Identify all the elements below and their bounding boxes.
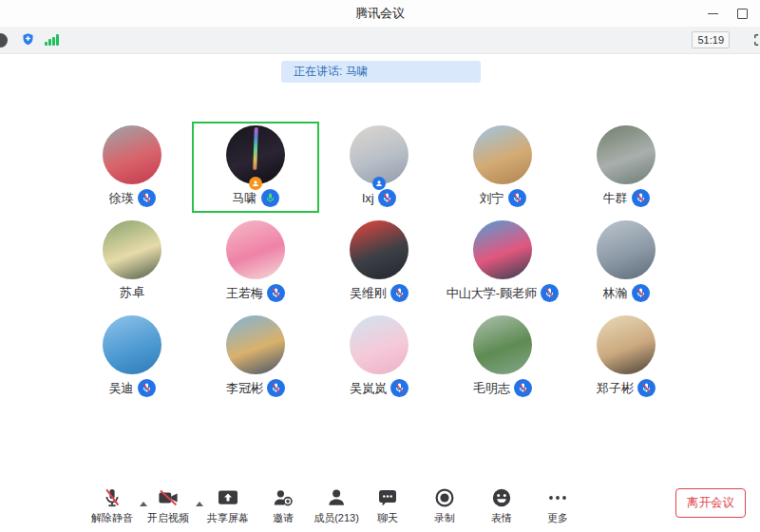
mic-muted-icon [541,284,559,302]
mic-muted-icon [267,284,285,302]
participant-name: lxj [362,191,373,205]
toolbar-item-label: 成员(213) [314,511,359,525]
participant-avatar [473,220,532,279]
toolbar-more-button[interactable]: 更多 [546,486,569,525]
speaking-banner: 正在讲话: 马啸 [281,61,481,83]
toolbar-emoji-button[interactable]: 表情 [490,486,513,525]
mic-off-icon [101,486,124,509]
toolbar-camera-off-button[interactable]: 开启视频 [147,486,189,525]
participant-avatar [103,125,162,184]
participant-name: 徐瑛 [109,190,134,207]
mic-muted-icon [138,189,156,207]
participant-name: 毛明志 [473,380,510,397]
participant-tile[interactable]: 吴岚岚 [317,314,441,401]
participant-tile[interactable]: lxj [317,124,441,211]
toolbar-item-label: 录制 [434,511,455,525]
toolbar-item-label: 开启视频 [147,511,189,525]
meeting-window: 腾讯会议 51:19 正在讲话: 马啸 徐瑛 [0,0,760,532]
mic-active-icon [261,189,279,207]
participant-tile[interactable]: 中山大学-顾老师 [441,218,564,306]
mic-muted-icon [637,379,656,397]
more-icon [546,486,569,509]
mic-muted-icon [632,284,650,302]
participant-tile[interactable]: 吴迪 [70,314,194,401]
participant-avatar [103,315,162,374]
bottom-toolbar: 解除静音 开启视频 共享屏幕 邀请 成员(213) 聊天 录制 表情 更多 [0,479,760,532]
fullscreen-icon[interactable] [753,33,760,47]
participant-tile[interactable]: 毛明志 [441,314,564,401]
options-caret-icon[interactable] [196,502,203,506]
cohost-badge-icon [372,177,386,190]
meeting-info-icon[interactable] [0,33,8,48]
meeting-timer: 51:19 [692,31,730,48]
participant-tile[interactable]: 郑子彬 [564,314,688,401]
meeting-protection-shield-icon[interactable] [21,32,35,48]
participant-name: 牛群 [603,190,628,207]
toolbar-members-button[interactable]: 成员(213) [314,486,359,525]
minimize-icon [708,13,718,14]
toolbar-chat-button[interactable]: 聊天 [376,486,399,525]
window-maximize-button[interactable] [728,0,756,27]
toolbar-item-label: 共享屏幕 [207,511,249,525]
toolbar-item-label: 聊天 [377,511,398,525]
mic-muted-icon [138,379,156,397]
chat-icon [376,486,399,509]
toolbar-record-button[interactable]: 录制 [433,486,456,525]
screen-share-icon [217,486,239,509]
participant-avatar [597,315,656,374]
maximize-icon [737,9,748,19]
participant-tile[interactable]: 李冠彬 [194,314,317,401]
toolbar-screen-share-button[interactable]: 共享屏幕 [207,486,249,525]
participant-avatar [473,315,532,374]
mic-muted-icon [378,189,396,207]
participant-tile[interactable]: 吴维刚 [317,218,441,306]
participant-avatar [226,125,285,184]
toolbar-item-label: 邀请 [273,511,294,525]
participants-grid: 徐瑛 马啸 lxj [70,124,688,401]
participant-name: 郑子彬 [597,380,634,397]
participant-name: 苏卓 [120,284,144,301]
participant-name: 吴岚岚 [350,380,387,397]
participant-avatar [226,220,285,279]
invite-icon [272,486,294,509]
participant-name: 李冠彬 [226,380,263,397]
toolbar-item-label: 更多 [547,511,568,525]
mic-muted-icon [390,284,408,302]
participant-tile[interactable]: 苏卓 [70,218,194,306]
mic-muted-icon [508,189,526,207]
participant-tile[interactable]: 林瀚 [564,218,688,306]
mic-muted-icon [632,189,650,207]
participant-tile[interactable]: 刘宁 [441,124,564,211]
participant-avatar [350,125,408,184]
status-bar: 51:19 [0,27,760,54]
mic-muted-icon [514,379,532,397]
participant-avatar [226,315,285,374]
window-minimize-button[interactable] [698,0,727,27]
emoji-icon [490,486,513,509]
participant-name: 中山大学-顾老师 [446,285,537,302]
options-caret-icon[interactable] [140,502,147,506]
participant-name: 林瀚 [603,285,628,302]
participant-avatar [597,125,656,184]
camera-off-icon [157,486,180,509]
participant-tile-speaking[interactable]: 马啸 [194,124,317,211]
participant-name: 刘宁 [480,190,504,207]
network-quality-icon[interactable] [45,34,60,46]
title-bar: 腾讯会议 [0,0,760,27]
participant-avatar [473,125,532,184]
toolbar-mic-off-button[interactable]: 解除静音 [91,486,133,525]
toolbar-invite-button[interactable]: 邀请 [272,486,294,525]
participant-tile[interactable]: 王若梅 [194,218,317,306]
participant-tile[interactable]: 牛群 [564,124,688,211]
window-title: 腾讯会议 [0,0,760,27]
participant-avatar [103,220,162,279]
participant-avatar [597,220,656,279]
leave-meeting-button[interactable]: 离开会议 [675,488,746,518]
participant-tile[interactable]: 徐瑛 [70,124,194,211]
members-icon [325,486,348,509]
participant-name: 吴迪 [109,380,134,397]
toolbar-item-label: 解除静音 [91,511,133,525]
host-badge-icon [249,177,262,190]
participant-name: 王若梅 [226,285,263,302]
participant-name: 马啸 [233,190,257,207]
